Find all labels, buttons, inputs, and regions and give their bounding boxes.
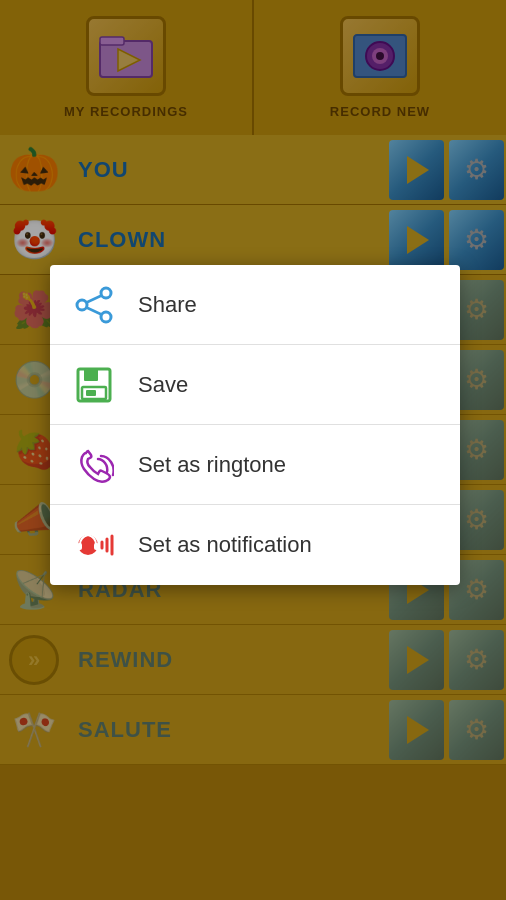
share-icon xyxy=(70,281,118,329)
svg-line-11 xyxy=(87,307,102,314)
set-notification-label: Set as notification xyxy=(138,532,312,558)
notification-icon xyxy=(70,521,118,569)
share-menu-item[interactable]: Share xyxy=(50,265,460,345)
save-menu-item[interactable]: Save xyxy=(50,345,460,425)
save-icon xyxy=(70,361,118,409)
ringtone-icon xyxy=(70,441,118,489)
svg-point-9 xyxy=(101,312,111,322)
svg-point-8 xyxy=(77,300,87,310)
svg-rect-15 xyxy=(86,390,96,396)
set-notification-menu-item[interactable]: Set as notification xyxy=(50,505,460,585)
svg-rect-17 xyxy=(77,543,82,550)
set-ringtone-label: Set as ringtone xyxy=(138,452,286,478)
svg-rect-13 xyxy=(84,369,98,381)
svg-line-10 xyxy=(87,295,102,302)
svg-rect-18 xyxy=(94,543,99,550)
svg-point-7 xyxy=(101,288,111,298)
share-label: Share xyxy=(138,292,197,318)
context-menu: Share Save Set as ringtone xyxy=(50,265,460,585)
set-ringtone-menu-item[interactable]: Set as ringtone xyxy=(50,425,460,505)
save-label: Save xyxy=(138,372,188,398)
